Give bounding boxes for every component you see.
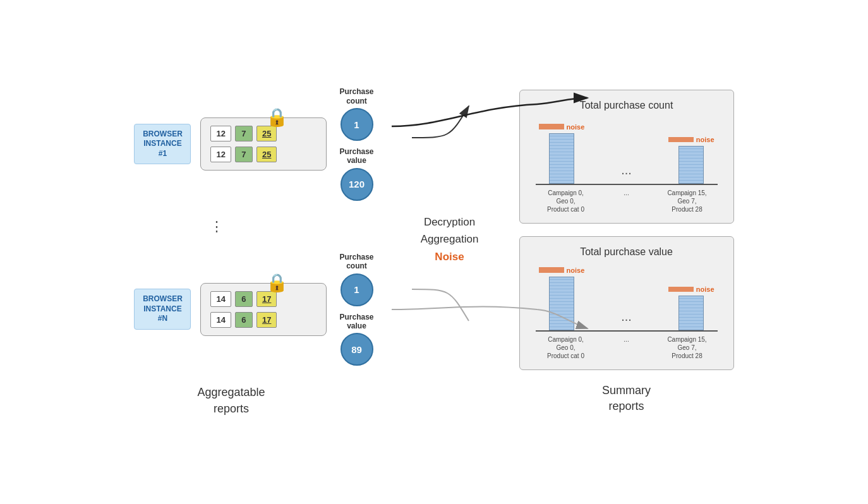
report-box-n: 🔒 14 6 17 14 6 17	[200, 283, 327, 336]
chart-area-count: noise ... noise	[533, 121, 721, 213]
bar-stripes-value-1	[550, 277, 574, 330]
bar-group-value-1: noise	[539, 267, 585, 330]
bubble-group-1-count: Purchasecount 1	[339, 87, 373, 141]
instance-dots: ⋮	[210, 219, 224, 235]
dots-count: ...	[597, 163, 656, 184]
report-box-1: 🔒 12 7 25 12 7 25	[200, 117, 327, 171]
bar-group-value-2: noise	[668, 285, 714, 330]
data-row-n-2: 14 6 17	[210, 312, 316, 328]
noise-bar-count-2	[668, 137, 694, 142]
noise-bar-value-2	[668, 287, 694, 292]
bar-stripes-count-2	[679, 147, 703, 183]
chart-area-value: noise ... noise	[533, 267, 721, 360]
bars-row-value: noise ... noise	[533, 267, 721, 330]
chart-box-value: Total purchase value noise ...	[519, 236, 734, 370]
aggregatable-reports-label: Aggregatablereports	[197, 385, 265, 416]
chart-label-value-2: Campaign 15,Geo 7,Product 28	[662, 335, 713, 360]
bubble-1-count: 1	[341, 108, 373, 141]
bubble-1-value: 120	[341, 168, 373, 201]
chart-labels-count: Campaign 0,Geo 0,Product cat 0 ... Campa…	[533, 185, 721, 213]
chart-box-count: Total purchase count noise ...	[519, 90, 734, 224]
cell-1-1-1: 12	[210, 126, 231, 141]
browser-instance-n: BROWSERINSTANCE #N 🔒 14 6 17 14 6 17	[134, 253, 373, 366]
noise-indicator-value-2: noise	[668, 285, 714, 293]
main-bar-count-2	[678, 146, 704, 184]
cell-n-1-1: 14	[210, 291, 231, 307]
lock-icon-1: 🔒	[266, 107, 288, 128]
data-row-1-1: 12 7 25	[210, 126, 316, 141]
noise-text-count-1: noise	[567, 123, 585, 131]
main-bar-count-1	[549, 133, 574, 184]
cell-n-1-3: 17	[256, 291, 277, 307]
cell-n-2-1: 14	[210, 312, 231, 328]
cell-1-2-2: 7	[235, 147, 253, 162]
bubble-section-1: Purchasecount 1 Purchasevalue 120	[339, 87, 373, 201]
left-section: BROWSERINSTANCE #1 🔒 12 7 25 12 7 25	[134, 87, 373, 417]
bar-stripes-value-2	[679, 296, 703, 330]
dots-value: ...	[597, 309, 656, 330]
cell-1-1-2: 7	[235, 126, 253, 141]
bubble-label-n-value: Purchasevalue	[339, 313, 373, 331]
bubble-label-1-value: Purchasevalue	[339, 147, 373, 165]
lock-icon-n: 🔒	[266, 272, 288, 293]
bubble-group-n-count: Purchasecount 1	[339, 253, 373, 306]
main-bar-value-2	[678, 296, 704, 330]
noise-text-count-2: noise	[696, 136, 714, 143]
process-label: Decryption Aggregation Noise	[421, 213, 479, 265]
middle-section: Decryption Aggregation Noise	[412, 87, 488, 392]
process-decryption: Decryption	[424, 216, 475, 228]
browser-label-1: BROWSERINSTANCE #1	[134, 124, 191, 165]
bubble-label-n-count: Purchasecount	[339, 253, 373, 271]
right-section: Total purchase count noise ...	[519, 90, 734, 414]
bar-group-count-2: noise	[668, 136, 714, 184]
main-bar-value-1	[549, 277, 574, 330]
noise-bar-value-1	[539, 267, 564, 273]
chart-title-value: Total purchase value	[533, 246, 721, 258]
chart-label-count-1: Campaign 0,Geo 0,Product cat 0	[541, 189, 591, 213]
cell-n-1-2: 6	[235, 291, 253, 307]
bubble-n-count: 1	[341, 273, 373, 306]
process-noise: Noise	[435, 251, 464, 263]
noise-indicator-value-1: noise	[539, 267, 585, 274]
data-row-n-1: 14 6 17	[210, 291, 316, 307]
cell-1-2-1: 12	[210, 147, 231, 162]
noise-indicator-count-1: noise	[539, 123, 585, 131]
noise-bar-count-1	[539, 124, 564, 129]
cell-1-2-3: 25	[256, 147, 277, 162]
bars-row-count: noise ... noise	[533, 121, 721, 184]
cell-n-2-3: 17	[256, 312, 277, 328]
chart-label-value-1: Campaign 0,Geo 0,Product cat 0	[541, 335, 591, 360]
noise-text-value-2: noise	[696, 285, 714, 293]
bar-stripes-count-1	[550, 134, 574, 183]
summary-reports-label: Summaryreports	[519, 383, 734, 414]
chart-title-count: Total purchase count	[533, 100, 721, 111]
bubble-section-n: Purchasecount 1 Purchasevalue 89	[339, 253, 373, 366]
chart-labels-value: Campaign 0,Geo 0,Product cat 0 ... Campa…	[533, 332, 721, 360]
noise-indicator-count-2: noise	[668, 136, 714, 143]
cell-1-1-3: 25	[256, 126, 277, 141]
bubble-group-1-value: Purchasevalue 120	[339, 147, 373, 201]
bar-group-count-1: noise	[539, 123, 585, 184]
bubble-group-n-value: Purchasevalue 89	[339, 313, 373, 366]
browser-label-n: BROWSERINSTANCE #N	[134, 289, 191, 330]
bubble-label-1-count: Purchasecount	[339, 87, 373, 105]
main-container: BROWSERINSTANCE #1 🔒 12 7 25 12 7 25	[0, 0, 868, 504]
chart-label-count-2: Campaign 15,Geo 7,Product 28	[662, 189, 713, 213]
cell-n-2-2: 6	[235, 312, 253, 328]
process-aggregation: Aggregation	[421, 233, 479, 245]
chart-label-dots-value: ...	[601, 335, 652, 360]
chart-label-dots-count: ...	[601, 189, 652, 213]
bubble-n-value: 89	[341, 333, 373, 366]
noise-text-value-1: noise	[567, 267, 585, 274]
browser-instance-1: BROWSERINSTANCE #1 🔒 12 7 25 12 7 25	[134, 87, 373, 201]
data-row-1-2: 12 7 25	[210, 147, 316, 162]
